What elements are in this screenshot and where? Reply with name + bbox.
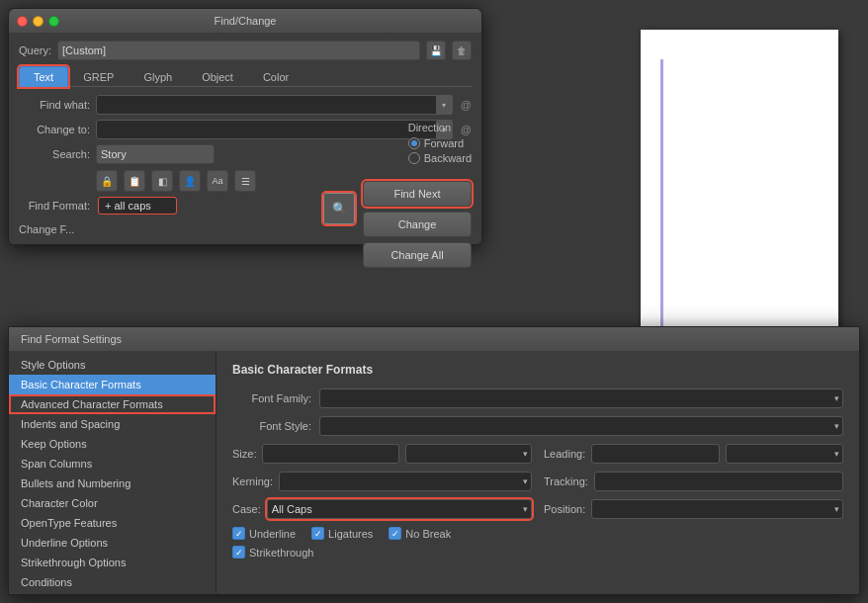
strikethrough-label: Strikethrough — [249, 547, 313, 559]
strikethrough-checkbox[interactable]: ✓ — [232, 546, 245, 559]
change-button[interactable]: Change — [363, 212, 472, 237]
forward-radio-row[interactable]: Forward — [408, 137, 472, 149]
change-to-row: Change to: ▾ @ — [19, 120, 472, 139]
sidebar-item-bullets-numbering[interactable]: Bullets and Numbering — [9, 474, 216, 493]
forward-radio[interactable] — [408, 137, 420, 149]
dialog-body: Query: [Custom] 💾 🗑 Text GREP Glyph Obje… — [9, 33, 481, 244]
underline-checkbox[interactable]: ✓ — [232, 527, 245, 540]
font-family-select[interactable] — [319, 388, 843, 408]
sidebar-item-character-color[interactable]: Character Color — [9, 493, 216, 513]
delete-query-button[interactable]: 🗑 — [452, 41, 472, 60]
maximize-button[interactable] — [48, 16, 59, 27]
sidebar-item-style-options[interactable]: Style Options — [9, 355, 216, 375]
ffs-title: Find Format Settings — [21, 333, 122, 345]
find-what-input[interactable] — [96, 95, 437, 115]
save-query-button[interactable]: 💾 — [426, 41, 446, 60]
position-select[interactable] — [591, 499, 843, 519]
sidebar-item-indents-spacing[interactable]: Indents and Spacing — [9, 414, 216, 434]
ffs-body: Style Options Basic Character Formats Ad… — [9, 351, 859, 594]
tracking-half: Tracking: — [544, 472, 843, 491]
ligatures-checkbox-item[interactable]: ✓ Ligatures — [311, 527, 373, 540]
sidebar-item-strikethrough-options[interactable]: Strikethrough Options — [9, 553, 216, 572]
query-label: Query: — [19, 44, 51, 56]
aa-icon[interactable]: Aa — [207, 170, 228, 192]
position-half: Position: — [544, 499, 843, 519]
find-change-dialog: Find/Change Query: [Custom] 💾 🗑 Text GRE… — [8, 8, 482, 245]
sidebar-item-underline-options[interactable]: Underline Options — [9, 533, 216, 553]
format-search-icon: 🔍 — [332, 202, 347, 215]
dialog-titlebar: Find/Change — [9, 9, 481, 33]
font-style-row: Font Style: — [232, 416, 843, 436]
change-to-input[interactable] — [96, 120, 437, 139]
sidebar-item-conditions[interactable]: Conditions — [9, 572, 216, 592]
sidebar-item-opentype-features[interactable]: OpenType Features — [9, 513, 216, 533]
tracking-label: Tracking: — [544, 475, 588, 487]
size-unit-wrap — [405, 444, 532, 464]
dialog-title: Find/Change — [215, 15, 277, 27]
ligatures-checkbox[interactable]: ✓ — [311, 527, 324, 540]
ffs-sidebar: Style Options Basic Character Formats Ad… — [9, 351, 217, 594]
font-style-label: Font Style: — [232, 420, 311, 432]
tab-color[interactable]: Color — [248, 66, 304, 87]
query-select[interactable]: [Custom] — [57, 41, 420, 60]
search-select[interactable]: Story Document All Documents Selection — [96, 144, 215, 164]
find-what-input-group: ▾ — [96, 95, 453, 115]
find-what-at: @ — [461, 99, 472, 111]
minimize-button[interactable] — [33, 16, 43, 27]
close-button[interactable] — [17, 16, 28, 27]
tab-text[interactable]: Text — [19, 66, 68, 87]
change-all-button[interactable]: Change All — [363, 242, 472, 268]
font-family-label: Font Family: — [232, 392, 311, 404]
kerning-tracking-row: Kerning: Tracking: — [232, 472, 843, 491]
tab-object[interactable]: Object — [187, 66, 248, 87]
font-family-row: Font Family: — [232, 388, 843, 408]
tab-glyph[interactable]: Glyph — [129, 66, 187, 87]
kerning-select[interactable] — [279, 472, 532, 491]
underline-checkbox-item[interactable]: ✓ Underline — [232, 527, 296, 540]
lock-icon[interactable]: 🔒 — [96, 170, 118, 192]
paragraph-icon[interactable]: ☰ — [234, 170, 256, 192]
sidebar-item-keep-options[interactable]: Keep Options — [9, 434, 216, 454]
find-format-settings-button[interactable]: 🔍 — [323, 193, 355, 224]
face-icon[interactable]: 👤 — [179, 170, 201, 192]
find-format-settings-panel: Find Format Settings Style Options Basic… — [8, 326, 860, 595]
position-select-wrap — [591, 499, 843, 519]
backward-label: Backward — [424, 152, 472, 164]
kerning-label: Kerning: — [232, 475, 273, 487]
find-what-arrow[interactable]: ▾ — [437, 95, 453, 115]
strikethrough-checkbox-item[interactable]: ✓ Strikethrough — [232, 546, 313, 559]
leading-unit-select[interactable] — [726, 444, 843, 464]
leading-half: Leading: — [544, 444, 843, 464]
leading-input[interactable] — [591, 444, 719, 464]
no-break-label: No Break — [405, 528, 451, 540]
tracking-input[interactable] — [594, 472, 843, 491]
ffs-content: Basic Character Formats Font Family: Fon… — [217, 351, 859, 594]
change-to-input-group: ▾ — [96, 120, 453, 139]
position-label: Position: — [544, 503, 585, 515]
no-break-checkbox[interactable]: ✓ — [389, 527, 401, 540]
tab-grep[interactable]: GREP — [68, 66, 129, 87]
size-input[interactable] — [262, 444, 398, 464]
strikethrough-row: ✓ Strikethrough — [232, 546, 843, 559]
backward-radio[interactable] — [408, 152, 420, 164]
find-what-label: Find what: — [19, 99, 90, 111]
query-row: Query: [Custom] 💾 🗑 — [19, 41, 472, 60]
case-position-row: Case: [Any] Normal All Caps Small Caps T… — [232, 499, 843, 519]
sidebar-item-span-columns[interactable]: Span Columns — [9, 454, 216, 474]
action-buttons: Find Next Change Change All — [363, 181, 472, 268]
direction-group: Direction Forward Backward — [408, 122, 472, 167]
kerning-select-wrap — [279, 472, 532, 491]
search-row: Search: Story Document All Documents Sel… — [19, 144, 472, 164]
case-select[interactable]: [Any] Normal All Caps Small Caps Title C… — [267, 499, 532, 519]
copy-icon[interactable]: 📋 — [124, 170, 145, 192]
change-format-label: Change F... — [19, 223, 74, 235]
find-next-button[interactable]: Find Next — [363, 181, 472, 207]
font-style-select[interactable] — [319, 416, 843, 436]
sidebar-item-basic-char-formats[interactable]: Basic Character Formats — [9, 375, 216, 394]
size-unit-select[interactable] — [405, 444, 532, 464]
size-label: Size: — [232, 448, 256, 460]
no-break-checkbox-item[interactable]: ✓ No Break — [389, 527, 451, 540]
layers-icon[interactable]: ◧ — [151, 170, 173, 192]
sidebar-item-advanced-char-formats[interactable]: Advanced Character Formats — [9, 394, 216, 414]
backward-radio-row[interactable]: Backward — [408, 152, 472, 164]
